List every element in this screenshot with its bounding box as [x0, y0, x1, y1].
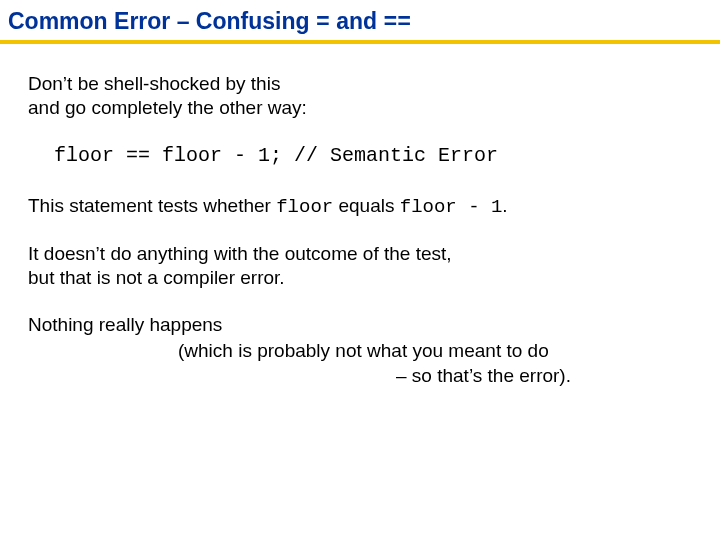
- title-text: Common Error – Confusing: [8, 8, 316, 34]
- conclusion-line2: (which is probably not what you meant to…: [28, 338, 549, 364]
- intro-line2: and go completely the other way:: [28, 97, 307, 118]
- title-and: and: [330, 8, 384, 34]
- code-floor1: floor: [276, 196, 333, 218]
- paragraph-explain2: It doesn’t do anything with the outcome …: [28, 242, 692, 291]
- explain1-b: equals: [333, 195, 400, 216]
- intro-line1: Don’t be shell-shocked by this: [28, 73, 280, 94]
- operator-equals: ==: [383, 10, 411, 36]
- conclusion-line1: Nothing really happens: [28, 314, 222, 335]
- paragraph-intro: Don’t be shell-shocked by this and go co…: [28, 72, 692, 121]
- slide-title: Common Error – Confusing = and ==: [8, 8, 712, 36]
- slide-header: Common Error – Confusing = and ==: [0, 0, 720, 44]
- code-example: floor == floor - 1; // Semantic Error: [54, 143, 692, 169]
- explain2-line1: It doesn’t do anything with the outcome …: [28, 243, 452, 264]
- paragraph-conclusion: Nothing really happens (which is probabl…: [28, 312, 692, 389]
- slide-content: Don’t be shell-shocked by this and go co…: [0, 44, 720, 389]
- code-floor2: floor - 1: [400, 196, 503, 218]
- explain2-line2: but that is not a compiler error.: [28, 267, 285, 288]
- explain1-c: .: [502, 195, 507, 216]
- operator-assign: =: [316, 10, 330, 36]
- conclusion-line3: – so that’s the error).: [28, 363, 571, 389]
- paragraph-explain1: This statement tests whether floor equal…: [28, 194, 692, 219]
- explain1-a: This statement tests whether: [28, 195, 276, 216]
